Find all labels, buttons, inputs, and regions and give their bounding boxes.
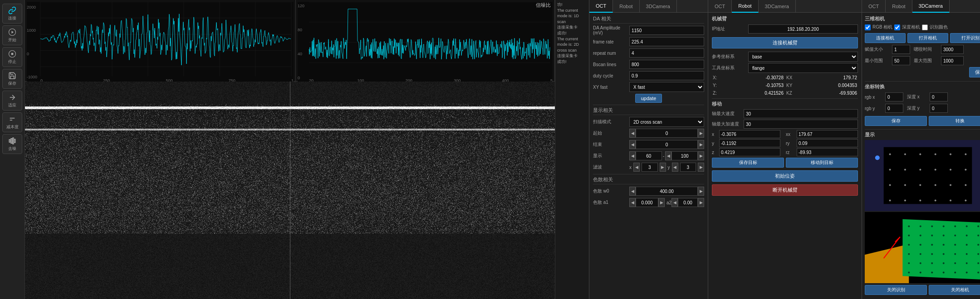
ref-coord-select[interactable]: base <box>748 52 858 62</box>
tab-3dcamera[interactable]: 3DCamera <box>912 0 950 13</box>
start-input[interactable] <box>636 129 698 138</box>
filter-y-input[interactable] <box>680 163 696 172</box>
colora2-inc[interactable]: ▶ <box>698 198 704 207</box>
bscanlines-input[interactable] <box>629 60 704 69</box>
identify-checkbox[interactable] <box>922 24 928 30</box>
colora1-inc[interactable]: ▶ <box>658 198 665 207</box>
display-inc-btn[interactable]: ▶ <box>698 151 704 160</box>
camera-panel: OCT Robot 3DCamera 三维相机 RGB 相机 深度相机 识别颜色… <box>862 0 980 299</box>
colora2-input[interactable] <box>678 198 698 207</box>
display-max-input[interactable] <box>671 151 698 160</box>
colorw0-input[interactable] <box>636 187 698 196</box>
verify-size-row: 赋值大小 嗯咬时间 <box>865 44 980 54</box>
save-button[interactable]: 保存 <box>2 69 22 89</box>
max-range-input[interactable] <box>941 56 964 65</box>
y-value: -0.10753 <box>749 82 784 89</box>
convert-btn[interactable]: 转换 <box>929 116 980 126</box>
open-identify-btn[interactable]: 打开识别 <box>950 33 980 43</box>
depth-x-input[interactable] <box>930 92 948 101</box>
filter-y-label: y <box>668 165 670 170</box>
tab-oct-camera[interactable]: OCT <box>862 0 886 13</box>
save-camera-btn[interactable]: 保存 <box>969 67 980 77</box>
move-y-row: y ry <box>712 139 858 147</box>
display-dec-btn[interactable]: ◀ <box>629 151 636 160</box>
min-range-input[interactable] <box>892 56 910 65</box>
tab-oct[interactable]: OCT <box>589 0 613 13</box>
colora1-input[interactable] <box>636 198 658 207</box>
max-accel-row: 轴最大加速度 <box>712 120 858 129</box>
save-target-btn[interactable]: 保存目标 <box>712 158 784 168</box>
tool-coord-select[interactable]: flange <box>748 63 858 73</box>
depth-y-input[interactable] <box>930 104 948 113</box>
amplitude-input[interactable] <box>629 26 704 35</box>
filter-y-dec[interactable]: ◀ <box>672 163 678 172</box>
connect-camera-btn[interactable]: 连接相机 <box>865 33 906 43</box>
filter-x-dec[interactable]: ◀ <box>633 163 640 172</box>
rz-input[interactable] <box>797 148 858 156</box>
ry-input[interactable] <box>797 139 858 147</box>
xx-input[interactable] <box>797 130 858 138</box>
start-dec-btn[interactable]: ◀ <box>629 129 636 138</box>
move-y-input[interactable] <box>719 139 780 147</box>
rgb-x-input[interactable] <box>885 92 903 101</box>
max-speed-input[interactable] <box>744 109 858 118</box>
filter-x-inc[interactable]: ▶ <box>660 163 666 172</box>
colorw0-inc[interactable]: ▶ <box>698 187 704 196</box>
start-button[interactable]: 开始 <box>2 25 22 45</box>
voice-button[interactable]: 去噪 <box>2 134 22 154</box>
end-inc-btn[interactable]: ▶ <box>698 140 704 149</box>
end-input[interactable] <box>636 140 698 149</box>
rgb-y-input[interactable] <box>885 104 903 113</box>
xyfast-select[interactable]: X fast Y fast <box>629 82 704 92</box>
verify-size-input[interactable] <box>892 45 910 54</box>
update-button[interactable]: update <box>635 94 662 103</box>
tab-robot-camera[interactable]: Robot <box>886 0 912 13</box>
framerate-input[interactable] <box>629 37 704 46</box>
tab-3dcamera-oct[interactable]: 3DCamera <box>640 0 677 13</box>
depth-checkbox[interactable] <box>894 24 900 30</box>
move-to-btn[interactable]: 移动到目标 <box>786 158 858 168</box>
start-inc-btn[interactable]: ▶ <box>698 129 704 138</box>
colora2-dec[interactable]: ◀ <box>671 198 678 207</box>
snap-interval-input[interactable] <box>941 45 964 54</box>
start-label: 开始 <box>8 37 16 43</box>
save-transform-btn[interactable]: 保存 <box>865 116 927 126</box>
scanmode-select[interactable]: 2D cross scan 1D scan 3D scan <box>629 117 704 127</box>
move-x-input[interactable] <box>719 130 780 138</box>
connect-robot-btn[interactable]: 连接机械臂 <box>712 37 858 48</box>
sidebar: 连接 开始 停止 保存 适应 减本度 <box>0 0 25 299</box>
move-z-input[interactable] <box>719 148 780 156</box>
display-mid-dec-btn[interactable]: ◀ <box>665 151 671 160</box>
colora1-dec[interactable]: ◀ <box>629 198 636 207</box>
oct-tabs: OCT Robot 3DCamera <box>589 0 708 13</box>
open-camera-btn[interactable]: 打开相机 <box>907 33 948 43</box>
adapt-button[interactable]: 适应 <box>2 91 22 111</box>
rgb-x-row: rgb x 深度 x <box>865 92 980 102</box>
filter-y-inc[interactable]: ▶ <box>698 163 704 172</box>
disconnect-robot-btn[interactable]: 断开机械臂 <box>712 184 858 196</box>
display-min-input[interactable] <box>636 151 662 160</box>
repeatnum-input[interactable] <box>629 48 704 58</box>
rgb-y-row: rgb y 深度 y <box>865 103 980 113</box>
tab-3dcamera-robot[interactable]: 3DCamera <box>759 0 796 13</box>
oct-content: DA 相关 DA Amplitude (mV) frame rate repea… <box>589 13 708 299</box>
tab-robot-oct[interactable]: Robot <box>613 0 639 13</box>
close-identify-btn[interactable]: 关闭识别 <box>865 285 927 295</box>
stop-button[interactable]: 停止 <box>2 47 22 67</box>
snr-canvas <box>298 2 553 83</box>
init-pose-btn[interactable]: 初始位姿 <box>712 170 858 182</box>
svg-rect-10 <box>15 139 15 143</box>
filter-x-input[interactable] <box>642 163 658 172</box>
reduce-button[interactable]: 减本度 <box>2 112 22 132</box>
colorw0-dec[interactable]: ◀ <box>629 187 636 196</box>
tab-robot[interactable]: Robot <box>732 0 758 13</box>
rgb-checkbox[interactable] <box>865 24 871 30</box>
max-accel-input[interactable] <box>744 120 858 129</box>
dutycycle-input[interactable] <box>629 71 704 80</box>
end-dec-btn[interactable]: ◀ <box>629 140 636 149</box>
connect-button[interactable]: 连接 <box>2 4 22 24</box>
close-camera-btn[interactable]: 关闭相机 <box>929 285 980 295</box>
tab-oct-robot[interactable]: OCT <box>708 0 732 13</box>
ry-label: ry <box>786 141 795 146</box>
svg-rect-3 <box>11 53 14 55</box>
